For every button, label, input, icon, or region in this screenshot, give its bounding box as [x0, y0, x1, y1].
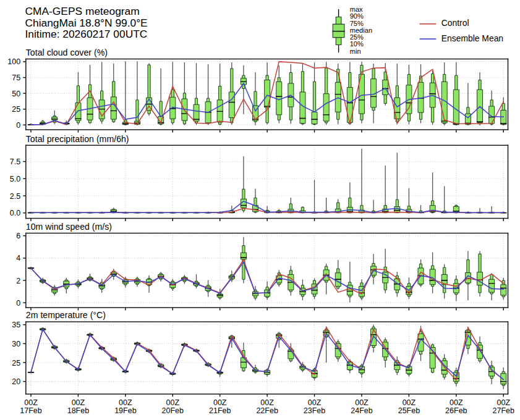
svg-text:2: 2 [16, 277, 20, 285]
svg-text:Initime: 20260217 00UTC: Initime: 20260217 00UTC [25, 28, 148, 41]
svg-text:10m wind speed (m/s): 10m wind speed (m/s) [26, 222, 112, 232]
svg-text:00Z: 00Z [72, 398, 85, 407]
svg-text:24Feb: 24Feb [351, 406, 372, 415]
svg-text:Ensemble Mean: Ensemble Mean [441, 33, 503, 43]
svg-text:26Feb: 26Feb [445, 406, 467, 415]
svg-text:0: 0 [16, 121, 20, 130]
svg-text:50: 50 [12, 90, 20, 98]
svg-text:CMA-GEPS meteogram: CMA-GEPS meteogram [25, 5, 140, 17]
svg-text:23Feb: 23Feb [304, 406, 325, 415]
svg-text:min: min [350, 48, 361, 55]
svg-text:Total cloud cover (%): Total cloud cover (%) [26, 48, 108, 57]
svg-text:00Z: 00Z [308, 398, 322, 407]
svg-text:ChiangMai 18.8°N 99.0°E: ChiangMai 18.8°N 99.0°E [25, 17, 148, 29]
svg-text:Control: Control [441, 18, 469, 28]
svg-text:17Feb: 17Feb [20, 406, 41, 415]
svg-text:20Feb: 20Feb [162, 406, 184, 415]
svg-text:0: 0 [16, 299, 20, 308]
svg-text:0.0: 0.0 [10, 209, 20, 217]
svg-text:00Z: 00Z [450, 398, 463, 407]
svg-text:4: 4 [16, 254, 20, 262]
svg-text:Total precipitation (mm/6h): Total precipitation (mm/6h) [26, 134, 129, 144]
svg-text:00Z: 00Z [497, 398, 510, 407]
svg-text:90%: 90% [350, 12, 364, 20]
svg-text:100: 100 [7, 57, 20, 66]
svg-text:max: max [350, 6, 363, 13]
svg-text:75%: 75% [350, 20, 364, 27]
svg-text:00Z: 00Z [213, 398, 227, 407]
svg-text:00Z: 00Z [355, 398, 369, 407]
svg-text:00Z: 00Z [119, 398, 132, 407]
svg-text:18Feb: 18Feb [67, 406, 89, 415]
svg-text:6: 6 [16, 232, 20, 240]
svg-text:22Feb: 22Feb [256, 406, 278, 415]
svg-text:30: 30 [12, 340, 20, 348]
svg-text:2.5: 2.5 [10, 192, 20, 201]
svg-text:7.5: 7.5 [10, 158, 20, 166]
svg-text:00Z: 00Z [260, 398, 274, 407]
svg-text:75: 75 [12, 74, 20, 82]
svg-text:25: 25 [12, 105, 20, 114]
svg-text:20: 20 [12, 377, 20, 386]
svg-text:25%: 25% [350, 33, 364, 41]
svg-text:19Feb: 19Feb [114, 406, 136, 415]
svg-text:00Z: 00Z [403, 398, 416, 407]
svg-text:35: 35 [12, 321, 20, 329]
svg-text:25: 25 [12, 359, 20, 368]
svg-text:00Z: 00Z [166, 398, 180, 407]
svg-text:00Z: 00Z [24, 398, 38, 407]
svg-text:21Feb: 21Feb [209, 406, 231, 415]
svg-text:5.0: 5.0 [10, 175, 20, 183]
svg-text:2m temperature (°C): 2m temperature (°C) [26, 310, 106, 320]
svg-text:10%: 10% [350, 40, 364, 48]
svg-text:27Feb: 27Feb [493, 406, 514, 415]
svg-text:25Feb: 25Feb [398, 406, 420, 415]
